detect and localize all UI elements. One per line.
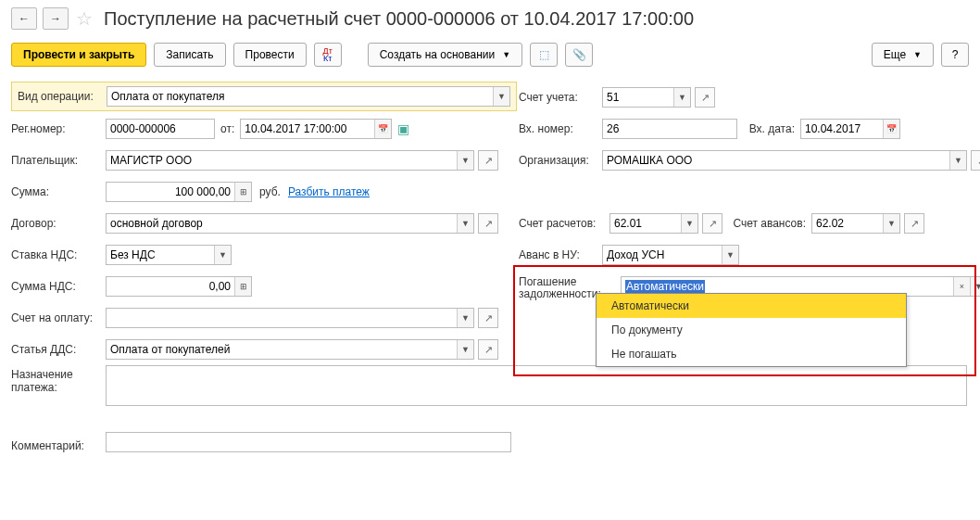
- reg-nomer-input[interactable]: [107, 120, 214, 138]
- schet-rasch-input[interactable]: [610, 214, 681, 233]
- external-icon: ↗: [709, 218, 717, 230]
- avans-nu-dropdown-button[interactable]: ▼: [722, 246, 738, 264]
- statya-dds-dropdown-button[interactable]: ▼: [457, 340, 473, 359]
- pogashenie-clear-button[interactable]: ×: [953, 277, 970, 296]
- dogovor-input[interactable]: [107, 214, 457, 233]
- label-platelshik: Плательщик:: [11, 154, 106, 167]
- vh-data-input[interactable]: [801, 120, 883, 138]
- label-ot: от:: [215, 122, 240, 135]
- status-ok-icon: ▣: [397, 121, 409, 136]
- vh-data-picker-button[interactable]: 📅: [883, 120, 899, 138]
- summa-input[interactable]: [107, 183, 234, 201]
- label-avans-nu: Аванс в НУ:: [517, 248, 602, 261]
- schet-avans-dropdown-button[interactable]: ▼: [883, 214, 899, 233]
- dropdown-option-no-repay[interactable]: Не погашать: [597, 342, 906, 366]
- stavka-nds-input[interactable]: [107, 246, 214, 264]
- split-payment-link[interactable]: Разбить платеж: [288, 185, 370, 198]
- stavka-nds-dropdown-button[interactable]: ▼: [214, 246, 231, 264]
- more-button[interactable]: Еще▼: [872, 43, 934, 67]
- label-vid-operacii: Вид операции:: [18, 90, 107, 103]
- schet-oplatu-dropdown-button[interactable]: ▼: [457, 309, 473, 327]
- schet-ucheta-dropdown-button[interactable]: ▼: [673, 88, 690, 107]
- post-and-close-button[interactable]: Провести и закрыть: [11, 43, 146, 67]
- page-title: Поступление на расчетный счет 0000-00000…: [104, 8, 694, 30]
- structure-button[interactable]: ⬚: [530, 43, 558, 67]
- platelshik-dropdown-button[interactable]: ▼: [457, 151, 473, 170]
- label-rub: руб.: [252, 185, 288, 198]
- schet-rasch-open-button[interactable]: ↗: [702, 213, 722, 234]
- schet-oplatu-input[interactable]: [107, 309, 457, 327]
- nav-back-button[interactable]: ←: [11, 7, 37, 30]
- dt-kt-button[interactable]: ДтКт: [314, 43, 342, 67]
- external-icon: ↗: [484, 155, 493, 167]
- kommentariy-input[interactable]: [107, 433, 510, 451]
- platelshik-open-button[interactable]: ↗: [478, 150, 498, 171]
- summa-nds-calc-button[interactable]: ⊞: [234, 277, 251, 296]
- avans-nu-input[interactable]: [603, 246, 722, 264]
- label-schet-rasch: Счет расчетов:: [517, 217, 609, 230]
- dropdown-option-by-document[interactable]: По документу: [597, 318, 906, 342]
- label-summa-nds: Сумма НДС:: [11, 280, 106, 293]
- external-icon: ↗: [484, 312, 493, 324]
- schet-avans-open-button[interactable]: ↗: [904, 213, 924, 234]
- attachment-button[interactable]: 📎: [565, 43, 593, 67]
- vid-operacii-dropdown-button[interactable]: ▼: [493, 87, 509, 106]
- label-summa: Сумма:: [11, 185, 106, 198]
- dropdown-option-auto[interactable]: Автоматически: [597, 294, 906, 318]
- dogovor-dropdown-button[interactable]: ▼: [457, 214, 473, 233]
- summa-calc-button[interactable]: ⊞: [234, 183, 251, 201]
- paperclip-icon: 📎: [572, 48, 586, 61]
- schet-oplatu-open-button[interactable]: ↗: [478, 308, 498, 328]
- organizaciya-open-button[interactable]: ↗: [971, 150, 980, 171]
- organizaciya-input[interactable]: [603, 151, 949, 170]
- chevron-down-icon: ▼: [502, 50, 510, 59]
- nav-forward-button[interactable]: →: [43, 7, 69, 30]
- label-schet-oplatu: Счет на оплату:: [11, 311, 106, 324]
- external-icon: ↗: [484, 218, 493, 230]
- label-dogovor: Договор:: [11, 217, 106, 230]
- statya-dds-input[interactable]: [107, 340, 457, 359]
- label-vh-nomer: Вх. номер:: [517, 122, 602, 135]
- vh-nomer-input[interactable]: [603, 120, 736, 138]
- schet-rasch-dropdown-button[interactable]: ▼: [681, 214, 697, 233]
- platelshik-input[interactable]: [107, 151, 457, 170]
- schet-avans-input[interactable]: [812, 214, 883, 233]
- label-schet-ucheta: Счет учета:: [517, 91, 602, 104]
- structure-icon: ⬚: [539, 48, 549, 61]
- vid-operacii-input[interactable]: [107, 87, 493, 106]
- arrow-right-icon: →: [50, 12, 61, 25]
- dt-kt-icon: ДтКт: [323, 47, 333, 62]
- organizaciya-dropdown-button[interactable]: ▼: [949, 151, 966, 170]
- dogovor-open-button[interactable]: ↗: [478, 213, 498, 234]
- pogashenie-input[interactable]: Автоматически: [622, 280, 709, 293]
- pogashenie-dropdown-button[interactable]: ▼: [970, 277, 980, 296]
- statya-dds-open-button[interactable]: ↗: [478, 339, 498, 360]
- external-icon: ↗: [484, 344, 493, 356]
- post-button[interactable]: Провести: [233, 43, 307, 67]
- label-statya-dds: Статья ДДС:: [11, 343, 106, 356]
- label-schet-avans: Счет авансов:: [722, 217, 811, 230]
- label-organizaciya: Организация:: [517, 154, 602, 167]
- pogashenie-dropdown-popup: Автоматически По документу Не погашать: [596, 293, 907, 367]
- label-kommentariy: Комментарий:: [11, 439, 106, 452]
- save-button[interactable]: Записать: [154, 43, 225, 67]
- question-icon: ?: [952, 48, 959, 61]
- naznachenie-textarea[interactable]: [107, 366, 966, 405]
- label-vh-data: Вх. дата:: [737, 122, 800, 135]
- arrow-left-icon: ←: [19, 12, 30, 25]
- date-ot-input[interactable]: [241, 120, 374, 138]
- schet-ucheta-input[interactable]: [603, 88, 673, 107]
- help-button[interactable]: ?: [941, 43, 969, 67]
- external-icon: ↗: [977, 155, 981, 167]
- create-on-basis-button[interactable]: Создать на основании▼: [368, 43, 522, 67]
- favorite-star-icon[interactable]: ☆: [74, 8, 94, 29]
- schet-ucheta-open-button[interactable]: ↗: [695, 87, 715, 108]
- chevron-down-icon: ▼: [913, 50, 922, 59]
- summa-nds-input[interactable]: [107, 277, 234, 296]
- calculator-icon: ⊞: [240, 282, 247, 291]
- calculator-icon: ⊞: [240, 187, 247, 197]
- external-icon: ↗: [911, 218, 919, 230]
- calendar-icon: 📅: [886, 124, 897, 133]
- label-naznachenie: Назначение платежа:: [11, 368, 106, 394]
- date-ot-picker-button[interactable]: 📅: [374, 120, 391, 138]
